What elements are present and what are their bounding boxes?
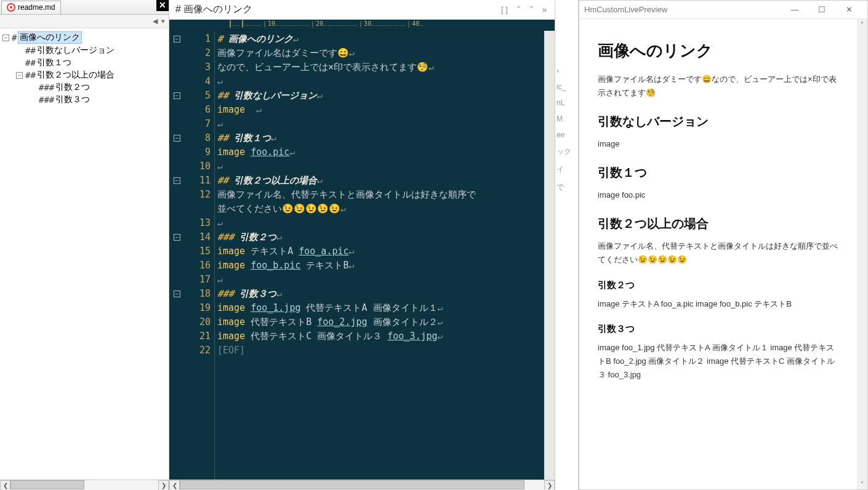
line-number: 2 bbox=[184, 46, 214, 60]
code-line[interactable]: なので、ビューアー上では×印で表示されてます🧐↵ bbox=[217, 60, 552, 74]
line-number: 15 bbox=[184, 244, 214, 259]
chevron-right-icon[interactable]: ❯ bbox=[158, 480, 169, 491]
tab-close-button[interactable]: ✕ bbox=[156, 0, 169, 11]
chevron-down-icon[interactable]: ˅ bbox=[528, 5, 536, 14]
fold-toggle[interactable]: − bbox=[174, 36, 180, 42]
outline-label: 引数１つ bbox=[37, 57, 71, 68]
line-number: 7 bbox=[184, 117, 214, 131]
line-number: 3 bbox=[184, 60, 214, 74]
line-number: 17 bbox=[184, 273, 214, 287]
collapse-icon[interactable]: − bbox=[2, 34, 9, 41]
editor-body[interactable]: −−−−−− 123456789101112131415161718192021… bbox=[169, 31, 555, 480]
chevron-left-icon[interactable]: ❮ bbox=[0, 480, 10, 491]
code-line[interactable]: image foo_b.pic テキストB↵ bbox=[217, 259, 552, 273]
preview-h3: 引数３つ bbox=[598, 323, 838, 335]
chevron-left-icon[interactable]: ❮ bbox=[169, 480, 180, 490]
code-line[interactable]: 画像ファイル名、代替テキストと画像タイトルは好きな順序で bbox=[217, 188, 552, 202]
code-line[interactable]: ↵ bbox=[217, 216, 552, 230]
code-line[interactable]: image 代替テキストB foo_2.jpg 画像タイトル２↵ bbox=[217, 315, 552, 329]
chevron-right-icon[interactable]: ❯ bbox=[544, 480, 555, 490]
code-line[interactable]: image foo_1.jpg 代替テキストA 画像タイトル１↵ bbox=[217, 301, 552, 315]
fold-toggle[interactable]: − bbox=[174, 135, 180, 142]
preview-text: image foo_1.jpg 代替テキストA 画像タイトル１ image 代替… bbox=[598, 341, 838, 382]
outline-item[interactable]: −## 引数２つ以上の場合 bbox=[0, 69, 169, 81]
line-number bbox=[184, 202, 214, 216]
heading-mark: ### bbox=[39, 82, 54, 92]
code-line[interactable]: 並べてください😉😉😉😉😉↵ bbox=[217, 202, 552, 216]
outline-item[interactable]: ## 引数なしバージョン bbox=[0, 44, 169, 57]
code-line[interactable]: image ↵ bbox=[217, 103, 552, 117]
bg-fragment: ック bbox=[555, 143, 578, 161]
outline-label: 引数２つ bbox=[55, 82, 90, 93]
bracket-icon[interactable]: [ ] bbox=[499, 5, 510, 14]
preview-h3: 引数２つ bbox=[598, 279, 838, 291]
scrollbar-track[interactable] bbox=[10, 480, 158, 491]
window-titlebar[interactable]: HmCustomLivePreview ― ☐ ✕ bbox=[579, 1, 867, 19]
editor-v-scrollbar[interactable] bbox=[544, 31, 555, 480]
bg-fragment: › bbox=[555, 63, 578, 79]
fold-toggle[interactable]: − bbox=[174, 291, 180, 297]
code-line[interactable]: image foo.pic↵ bbox=[217, 145, 552, 159]
fold-toggle[interactable]: − bbox=[174, 234, 180, 241]
code-line[interactable]: ## 引数１つ↵ bbox=[217, 131, 552, 145]
code-line[interactable]: ↵ bbox=[217, 117, 552, 131]
file-icon bbox=[7, 3, 15, 12]
outline-item[interactable]: ### 引数３つ bbox=[0, 94, 169, 106]
code-line[interactable]: ### 引数２つ↵ bbox=[217, 230, 552, 244]
line-number: 10 bbox=[184, 159, 214, 174]
line-number: 4 bbox=[184, 74, 214, 89]
code-line[interactable]: ↵ bbox=[217, 159, 552, 174]
file-tab[interactable]: readme.md bbox=[1, 1, 61, 14]
code-line[interactable]: image テキストA foo_a.pic↵ bbox=[217, 244, 552, 259]
collapse-icon[interactable]: − bbox=[16, 72, 23, 79]
outline-item[interactable]: ## 引数１つ bbox=[0, 57, 169, 69]
code-line[interactable]: # 画像へのリンク↵ bbox=[217, 32, 552, 46]
chevron-right-icon[interactable]: » bbox=[540, 5, 549, 14]
code-line[interactable]: [EOF] bbox=[217, 343, 552, 358]
line-number: 5 bbox=[184, 89, 214, 103]
tab-bar: readme.md ✕ bbox=[0, 0, 169, 15]
heading-mark: ### bbox=[39, 95, 54, 105]
preview-h1: 画像へのリンク bbox=[598, 40, 838, 62]
scrollbar-track[interactable] bbox=[180, 480, 544, 490]
bg-fragment: M bbox=[555, 111, 578, 127]
preview-h2: 引数２つ以上の場合 bbox=[598, 215, 838, 232]
line-number: 8 bbox=[184, 131, 214, 145]
chevron-down-icon[interactable]: ˅ bbox=[857, 479, 867, 489]
maximize-button[interactable]: ☐ bbox=[808, 1, 835, 18]
preview-body[interactable]: 画像へのリンク 画像ファイル名はダミーです😄なので、ビューアー上では×印で表示さ… bbox=[579, 19, 857, 489]
fold-toggle[interactable]: − bbox=[174, 92, 180, 99]
outline-tree[interactable]: −# 画像へのリンク## 引数なしバージョン## 引数１つ−## 引数２つ以上の… bbox=[0, 28, 169, 480]
background-strip: ›ic_nLMeeックイで bbox=[555, 0, 579, 490]
preview-v-scrollbar[interactable]: ˄ ˅ bbox=[857, 19, 867, 489]
outline-h-scrollbar[interactable]: ❮ ❯ bbox=[0, 480, 169, 490]
preview-text: image foo.pic bbox=[598, 188, 838, 202]
chevron-left-icon[interactable]: ◀ bbox=[153, 17, 158, 25]
heading-mark: ## bbox=[25, 70, 36, 80]
outline-item[interactable]: −# 画像へのリンク bbox=[0, 31, 169, 44]
code-line[interactable]: ## 引数２つ以上の場合↵ bbox=[217, 174, 552, 188]
line-number: 19 bbox=[184, 301, 214, 315]
fold-toggle[interactable]: − bbox=[174, 177, 180, 184]
scrollbar-thumb[interactable] bbox=[10, 480, 84, 489]
code-line[interactable]: ↵ bbox=[217, 273, 552, 287]
close-button[interactable]: ✕ bbox=[835, 1, 862, 18]
code-line[interactable]: ↵ bbox=[217, 74, 552, 89]
chevron-up-icon[interactable]: ˄ bbox=[515, 5, 523, 14]
code-line[interactable]: 画像ファイル名はダミーです😄↵ bbox=[217, 46, 552, 60]
minimize-button[interactable]: ― bbox=[781, 1, 808, 18]
code-area[interactable]: # 画像へのリンク↵画像ファイル名はダミーです😄↵なので、ビューアー上では×印で… bbox=[215, 31, 555, 480]
chevron-down-icon[interactable]: ▾ bbox=[161, 17, 165, 25]
chevron-up-icon[interactable]: ˄ bbox=[857, 19, 867, 30]
code-line[interactable]: ### 引数３つ↵ bbox=[217, 287, 552, 301]
outline-item[interactable]: ### 引数２つ bbox=[0, 81, 169, 94]
outline-label: 引数なしバージョン bbox=[37, 45, 115, 56]
editor-h-scrollbar[interactable]: ❮ ❯ bbox=[169, 480, 555, 490]
editor-header-title: # 画像へのリンク bbox=[175, 3, 494, 16]
code-line[interactable]: ## 引数なしバージョン↵ bbox=[217, 89, 552, 103]
heading-mark: # bbox=[12, 33, 17, 42]
heading-mark: ## bbox=[25, 58, 36, 68]
code-line[interactable]: image 代替テキストC 画像タイトル３ foo_3.jpg↵ bbox=[217, 329, 552, 343]
scrollbar-thumb[interactable] bbox=[180, 480, 524, 489]
editor-panel: # 画像へのリンク [ ] ˄ ˅ » ┃‥‥┃‥‥‥‥｜10‥‥‥‥‥‥‥‥｜… bbox=[169, 0, 555, 490]
